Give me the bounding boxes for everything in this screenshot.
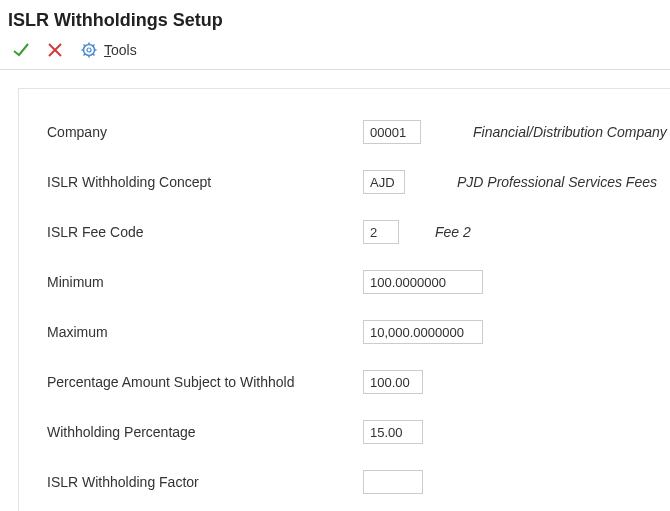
toolbar: Tools [0, 35, 670, 70]
svg-line-11 [84, 54, 86, 56]
row-company: Company Financial/Distribution Company [19, 107, 670, 157]
label-feecode: ISLR Fee Code [47, 224, 363, 240]
label-pctsubject: Percentage Amount Subject to Withhold [47, 374, 363, 390]
page-title: ISLR Withholdings Setup [0, 0, 670, 35]
cancel-icon[interactable] [46, 41, 64, 59]
company-input[interactable] [363, 120, 421, 144]
gear-icon [80, 41, 98, 59]
concept-input[interactable] [363, 170, 405, 194]
svg-line-8 [84, 45, 86, 47]
row-concept: ISLR Withholding Concept PJD Professiona… [19, 157, 670, 207]
minimum-input[interactable] [363, 270, 483, 294]
factor-input[interactable] [363, 470, 423, 494]
row-feecode: ISLR Fee Code Fee 2 [19, 207, 670, 257]
label-factor: ISLR Withholding Factor [47, 474, 363, 490]
withpct-input[interactable] [363, 420, 423, 444]
label-concept: ISLR Withholding Concept [47, 174, 363, 190]
row-withpct: Withholding Percentage [19, 407, 670, 457]
ok-icon[interactable] [12, 41, 30, 59]
feecode-input[interactable] [363, 220, 399, 244]
company-desc: Financial/Distribution Company [473, 124, 667, 140]
tools-label-rest: ools [111, 42, 137, 58]
row-pctsubject: Percentage Amount Subject to Withhold [19, 357, 670, 407]
pctsubject-input[interactable] [363, 370, 423, 394]
feecode-desc: Fee 2 [435, 224, 471, 240]
row-factor: ISLR Withholding Factor [19, 457, 670, 507]
form: Company Financial/Distribution Company I… [18, 88, 670, 511]
maximum-input[interactable] [363, 320, 483, 344]
row-minimum: Minimum [19, 257, 670, 307]
label-company: Company [47, 124, 363, 140]
svg-line-10 [93, 45, 95, 47]
tools-button[interactable]: Tools [80, 41, 137, 59]
row-maximum: Maximum [19, 307, 670, 357]
label-withpct: Withholding Percentage [47, 424, 363, 440]
svg-line-9 [93, 54, 95, 56]
label-maximum: Maximum [47, 324, 363, 340]
label-minimum: Minimum [47, 274, 363, 290]
svg-point-3 [87, 48, 91, 52]
tools-label: Tools [104, 42, 137, 58]
row-effdate: Effective Date [19, 507, 670, 511]
concept-desc: PJD Professional Services Fees [457, 174, 657, 190]
